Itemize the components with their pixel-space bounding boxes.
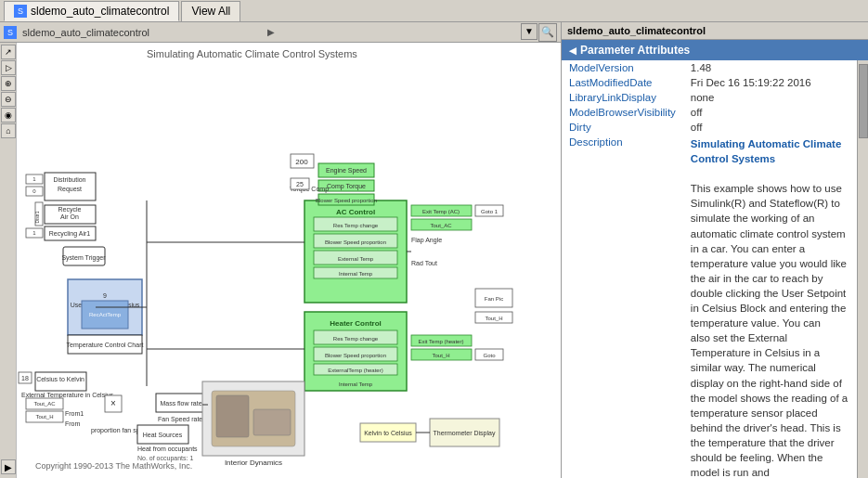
desc-body2: also set the External Temperature in Cel… (691, 332, 848, 478)
toolbar-btn-6[interactable]: ⌂ (1, 123, 16, 138)
svg-text:From1: From1 (65, 410, 84, 417)
svg-text:System Trigger: System Trigger (61, 254, 106, 262)
svg-text:RecActTemp: RecActTemp (89, 312, 122, 317)
svg-text:Interior Dynamics: Interior Dynamics (225, 459, 282, 467)
svg-text:Fan Pic: Fan Pic (485, 296, 503, 302)
svg-text:Heater Control: Heater Control (330, 319, 382, 328)
attr-label-description: Description (562, 135, 683, 478)
model-icon: S (4, 26, 17, 39)
right-window-title: sldemo_auto_climatecontrol (562, 22, 868, 40)
svg-text:Res Temp change: Res Temp change (333, 223, 379, 228)
svg-text:Internal Temp: Internal Temp (339, 271, 373, 277)
attr-label-modelbrowser: ModelBrowserVisibility (562, 105, 683, 120)
tab-icon: S (14, 5, 27, 18)
svg-text:Goto: Goto (483, 353, 496, 358)
toolbar-btn-2[interactable]: ▷ (1, 60, 16, 75)
attributes-table: ModelVersion 1.48 LastModifiedDate Fri D… (562, 60, 857, 478)
svg-text:Heat from occupants: Heat from occupants (137, 446, 198, 453)
svg-text:Tout_H: Tout_H (485, 316, 502, 321)
right-panel: sldemo_auto_climatecontrol ◀ Parameter A… (562, 22, 868, 478)
svg-text:Rad Tout: Rad Tout (411, 260, 437, 266)
attr-label-lastmodified: LastModifiedDate (562, 75, 683, 90)
attr-row-dirty: Dirty off (562, 120, 857, 135)
address-arrow: ▶ (267, 27, 275, 37)
tab-viewall[interactable]: View All (181, 1, 240, 21)
tab-viewall-label: View All (191, 5, 230, 18)
svg-text:External Temp: External Temp (338, 256, 374, 262)
attr-row-modelbrowser: ModelBrowserVisibility off (562, 105, 857, 120)
attr-label-modelversion: ModelVersion (562, 60, 683, 75)
simulink-diagram: Distribution Request 1 0 Recycle Air On … (17, 61, 555, 478)
svg-rect-93 (253, 409, 291, 435)
tab-bar: S sldemo_auto_climatecontrol View All (0, 0, 868, 22)
svg-text:Recycling Air1: Recycling Air1 (49, 230, 90, 238)
svg-text:Comp Torque: Comp Torque (327, 183, 366, 190)
svg-text:Tout_AC: Tout_AC (430, 223, 452, 228)
attr-row-description: Description Simulating Automatic Climate… (562, 135, 857, 478)
svg-text:Tout_AC: Tout_AC (33, 401, 56, 407)
svg-text:AC Control: AC Control (336, 208, 375, 216)
attr-row-lastmodified: LastModifiedDate Fri Dec 16 15:19:22 201… (562, 75, 857, 90)
svg-text:Request: Request (58, 186, 82, 193)
svg-text:Engine Speed: Engine Speed (326, 167, 367, 174)
svg-text:Tout_H: Tout_H (35, 414, 53, 420)
svg-text:Blower Speed proportion: Blower Speed proportion (325, 353, 386, 358)
header-arrow-icon: ◀ (569, 45, 577, 56)
toolbar-btn-1[interactable]: ↗ (1, 45, 16, 59)
svg-text:Kelvin to Celsius: Kelvin to Celsius (364, 430, 412, 436)
diagram-area: Simulating Automatic Climate Control Sys… (17, 43, 561, 478)
attr-label-dirty: Dirty (562, 120, 683, 135)
desc-title: Simulating Automatic Climate Control Sys… (691, 138, 842, 164)
panel-with-scroll: ModelVersion 1.48 LastModifiedDate Fri D… (562, 60, 868, 478)
svg-text:Flap Angle: Flap Angle (411, 237, 442, 244)
canvas-title: Simulating Automatic Climate Control Sys… (147, 48, 357, 59)
dropdown-btn[interactable]: ▼ (521, 23, 538, 40)
svg-text:25: 25 (296, 181, 304, 187)
svg-text:Exit Temp (heater): Exit Temp (heater) (419, 339, 464, 344)
svg-text:Blower Speed proportion: Blower Speed proportion (325, 239, 386, 245)
attr-value-lastmodified: Fri Dec 16 15:19:22 2016 (683, 75, 857, 90)
svg-text:Air On: Air On (60, 213, 79, 220)
attr-value-librarylink: none (683, 90, 857, 105)
svg-text:200: 200 (295, 158, 308, 166)
svg-text:9: 9 (103, 292, 107, 299)
search-btn[interactable]: 🔍 (538, 23, 557, 42)
tab-label: sldemo_auto_climatecontrol (31, 5, 169, 18)
toolbar-btn-4[interactable]: ⊖ (1, 92, 16, 107)
svg-text:Mass flow rate: Mass flow rate (160, 400, 201, 407)
attr-row-modelversion: ModelVersion 1.48 (562, 60, 857, 75)
desc-body: This example shows how to use Simulink(R… (691, 183, 847, 329)
svg-text:Distr1: Distr1 (34, 211, 40, 223)
svg-text:Internal Temp: Internal Temp (339, 381, 373, 387)
svg-rect-92 (216, 395, 249, 437)
svg-text:Thermometer Display: Thermometer Display (434, 430, 496, 437)
parameter-attributes-title: Parameter Attributes (580, 44, 690, 57)
attr-row-librarylink: LibraryLinkDisplay none (562, 90, 857, 105)
parameter-attributes-header: ◀ Parameter Attributes (562, 40, 868, 60)
panel-content: ModelVersion 1.48 LastModifiedDate Fri D… (562, 60, 857, 478)
toolbar-btn-3[interactable]: ⊕ (1, 76, 16, 91)
attr-value-description: Simulating Automatic Climate Control Sys… (683, 135, 857, 478)
svg-text:18: 18 (21, 375, 29, 381)
toolbar-btn-arrow[interactable]: ▶ (1, 459, 16, 474)
address-text: sldemo_auto_climatecontrol (19, 27, 266, 38)
svg-text:Heat Sources: Heat Sources (143, 432, 183, 438)
copyright-text: Copyright 1990-2013 The MathWorks, Inc. (35, 461, 192, 471)
svg-text:Distribution: Distribution (53, 176, 85, 183)
main-content: S sldemo_auto_climatecontrol ▶ ▼ 🔍 ↗ ▷ ⊕… (0, 22, 868, 478)
svg-text:ExternalTemp (heater): ExternalTemp (heater) (328, 368, 382, 373)
canvas-toolbar: ↗ ▷ ⊕ ⊖ ◉ ⌂ ▶ (0, 43, 17, 478)
simulink-canvas: ↗ ▷ ⊕ ⊖ ◉ ⌂ ▶ Simulating Automatic Clima… (0, 43, 561, 478)
attr-value-modelversion: 1.48 (683, 60, 857, 75)
svg-text:Goto 1: Goto 1 (481, 209, 499, 214)
svg-text:×: × (110, 398, 116, 408)
svg-text:Tout_H: Tout_H (432, 353, 449, 358)
left-panel: S sldemo_auto_climatecontrol ▶ ▼ 🔍 ↗ ▷ ⊕… (0, 22, 562, 478)
scrollbar-thumb[interactable] (859, 64, 868, 138)
right-scrollbar[interactable] (857, 60, 868, 478)
svg-text:Temperature Control Chart: Temperature Control Chart (67, 342, 144, 349)
attr-value-modelbrowser: off (683, 105, 857, 120)
svg-text:Exit Temp (AC): Exit Temp (AC) (422, 209, 460, 214)
tab-climatecontrol[interactable]: S sldemo_auto_climatecontrol (4, 1, 179, 21)
toolbar-btn-5[interactable]: ◉ (1, 108, 16, 123)
